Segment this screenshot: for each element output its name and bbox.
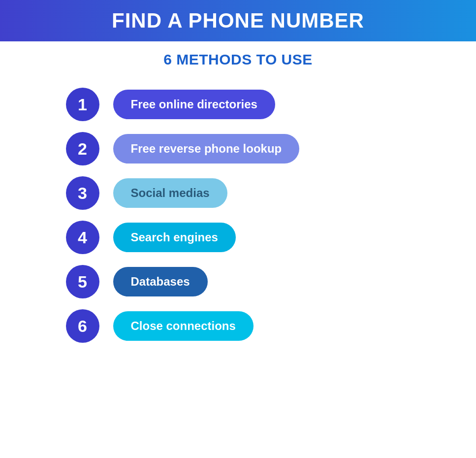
header-banner: FIND A PHONE NUMBER <box>0 0 476 41</box>
method-label-3: Social medias <box>113 178 227 208</box>
method-label-5: Databases <box>113 267 208 296</box>
method-label-4: Search engines <box>113 223 236 252</box>
method-label-1: Free online directories <box>113 90 275 119</box>
methods-list: 1Free online directories2Free reverse ph… <box>66 88 411 343</box>
number-circle-3: 3 <box>66 176 99 210</box>
number-circle-5: 5 <box>66 265 99 298</box>
list-item: 3Social medias <box>66 176 411 210</box>
number-circle-1: 1 <box>66 88 99 121</box>
list-item: 5Databases <box>66 265 411 298</box>
list-item: 2Free reverse phone lookup <box>66 132 411 165</box>
list-item: 6Close connections <box>66 309 411 343</box>
page-title: FIND A PHONE NUMBER <box>20 9 456 33</box>
method-label-6: Close connections <box>113 311 254 341</box>
list-item: 4Search engines <box>66 221 411 254</box>
subtitle: 6 METHODS TO USE <box>163 51 313 68</box>
number-circle-4: 4 <box>66 221 99 254</box>
number-circle-6: 6 <box>66 309 99 343</box>
method-label-2: Free reverse phone lookup <box>113 134 300 164</box>
number-circle-2: 2 <box>66 132 99 165</box>
list-item: 1Free online directories <box>66 88 411 121</box>
